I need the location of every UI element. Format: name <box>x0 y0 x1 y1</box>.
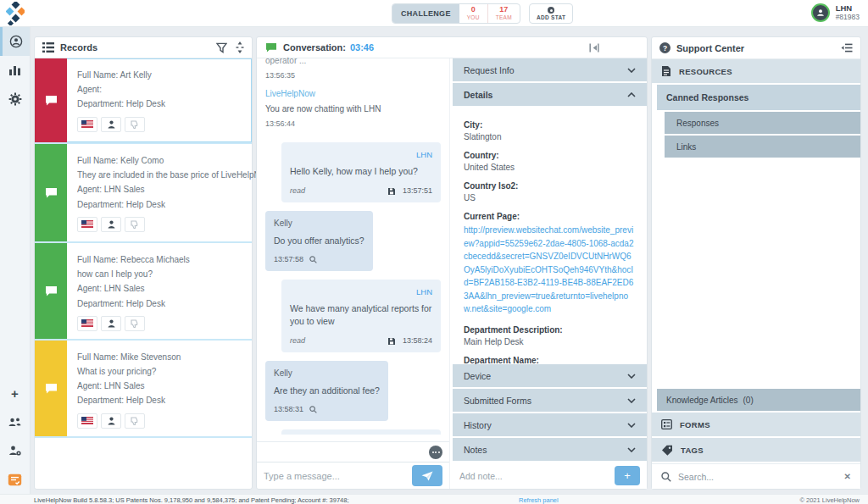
section-notes[interactable]: Notes <box>453 438 647 462</box>
chat-bubble-icon <box>265 42 277 53</box>
magnifier-icon[interactable] <box>309 256 317 263</box>
rail-item-visitors[interactable] <box>0 27 30 56</box>
thumbs-down-icon <box>131 417 139 425</box>
flag-button[interactable] <box>77 117 97 132</box>
visitor-button[interactable] <box>101 413 121 429</box>
resources-label: RESOURCES <box>679 67 732 76</box>
chat-options-button[interactable] <box>429 446 442 459</box>
message-time: 13:57:58 <box>274 254 303 265</box>
record-item[interactable]: Full Name: Art Kelly Agent: Department: … <box>35 58 252 144</box>
challenge-you-stat: 0 YOU <box>459 4 487 23</box>
section-history[interactable]: History <box>453 413 647 438</box>
support-search-input[interactable] <box>678 472 837 482</box>
support-center-title: Support Center <box>676 43 744 53</box>
visitor-button[interactable] <box>101 217 121 232</box>
save-icon[interactable] <box>387 187 396 196</box>
logo-diamonds-icon <box>6 2 25 25</box>
tags-item[interactable]: TAGS <box>652 438 860 463</box>
conversation-title: Conversation: <box>283 42 346 53</box>
clear-search-icon[interactable]: ✕ <box>844 472 851 481</box>
people-icon <box>8 417 22 428</box>
us-flag-icon <box>81 220 93 228</box>
rate-button[interactable] <box>125 413 145 429</box>
visitor-button[interactable] <box>101 117 121 132</box>
current-page-link[interactable]: http://preview.websitechat.com/website_p… <box>464 224 635 316</box>
rate-button[interactable] <box>125 316 145 331</box>
chevron-down-icon <box>627 374 636 379</box>
record-item[interactable]: Full Name: Mike Stevenson What is your p… <box>35 341 252 438</box>
bar-chart-icon <box>8 64 21 76</box>
record-preview: They are included in the base price of L… <box>77 168 273 182</box>
livehelpnow-logo[interactable] <box>0 2 31 25</box>
record-item[interactable]: Full Name: Rebecca Michaels how can I he… <box>35 243 252 341</box>
support-center-header: ? Support Center <box>652 37 860 59</box>
send-button[interactable] <box>412 465 442 486</box>
build-info: LiveHelpNow Build 5.8.58.3; US Patents N… <box>34 496 349 504</box>
message-text: Do you offer analytics? <box>274 235 364 247</box>
sort-divider-icon[interactable] <box>236 42 244 53</box>
add-note-button[interactable]: + <box>615 466 640 485</box>
links-item[interactable]: Links <box>665 136 860 159</box>
flag-button[interactable] <box>77 217 97 232</box>
rail-item-add[interactable]: + <box>0 379 30 407</box>
challenge-team-stat: 17 TEAM <box>487 4 520 23</box>
user-menu[interactable]: LHN #81983 <box>811 3 860 22</box>
chevron-down-icon <box>627 423 636 428</box>
section-submitted-forms[interactable]: Submitted Forms <box>453 389 647 413</box>
chat-bubble-icon <box>45 383 58 394</box>
conversation-timer[interactable]: 03:46 <box>350 42 374 53</box>
record-item[interactable]: Full Name: Kelly Como They are included … <box>35 144 252 243</box>
magnifier-icon[interactable] <box>309 406 317 413</box>
responses-item[interactable]: Responses <box>665 112 860 136</box>
chat-transcript[interactable]: operator ... 13:56:35 LiveHelpNow You ar… <box>257 54 449 435</box>
search-icon <box>661 472 671 482</box>
add-note-input[interactable] <box>459 471 608 481</box>
flag-button[interactable] <box>77 413 97 429</box>
left-rail: + <box>0 27 31 494</box>
section-label: History <box>464 420 492 430</box>
collapse-details-icon[interactable] <box>589 43 599 53</box>
message-text: We have many analytical reports for you … <box>290 302 432 328</box>
toc-icon[interactable] <box>841 43 853 53</box>
record-full-name: Full Name: Art Kelly <box>77 68 243 82</box>
section-label: Submitted Forms <box>464 396 531 406</box>
user-name: LHN <box>836 4 860 14</box>
rail-item-settings[interactable] <box>0 85 30 114</box>
rail-item-team[interactable] <box>0 407 30 436</box>
visitor-button[interactable] <box>101 316 121 331</box>
rate-button[interactable] <box>125 117 145 132</box>
resources-item[interactable]: RESOURCES <box>652 59 860 85</box>
message-text: Are they an additional fee? <box>274 385 380 397</box>
record-color-bar <box>35 144 67 241</box>
message-time: 13:57:51 <box>403 186 432 197</box>
knowledge-articles-item[interactable]: Knowledge Articles (0) <box>657 389 860 413</box>
message-time: 13:58:31 <box>274 404 303 415</box>
rail-item-surveys[interactable] <box>0 465 30 494</box>
message-sender: LHN <box>290 286 432 298</box>
save-icon[interactable] <box>387 337 396 346</box>
rail-item-reports[interactable] <box>0 56 30 85</box>
flag-button[interactable] <box>77 316 97 331</box>
message-input[interactable] <box>264 471 405 481</box>
rate-button[interactable] <box>125 217 145 232</box>
record-department: Department: Help Desk <box>77 197 273 212</box>
rail-item-agent-settings[interactable] <box>0 436 30 465</box>
refresh-panel-link[interactable]: Refresh panel <box>519 496 559 504</box>
section-device[interactable]: Device <box>453 364 647 389</box>
section-request-info[interactable]: Request Info <box>453 58 647 83</box>
challenge-button[interactable]: CHALLENGE <box>392 4 459 23</box>
add-stat-button[interactable]: ADD STAT <box>529 3 573 24</box>
forms-label: FORMS <box>680 420 710 429</box>
details-content[interactable]: City: Slatington Country: United States … <box>453 108 647 364</box>
user-id: #81983 <box>836 14 860 22</box>
section-label: Request Info <box>464 65 515 75</box>
canned-responses-item[interactable]: Canned Responses <box>657 85 860 112</box>
section-details[interactable]: Details <box>453 83 647 108</box>
filter-icon[interactable] <box>216 42 227 53</box>
canned-responses-label: Canned Responses <box>666 92 748 102</box>
field-value: US <box>464 193 635 202</box>
message-status: read <box>290 335 305 346</box>
message-time: 13:58:24 <box>403 335 432 346</box>
tags-label: TAGS <box>681 446 704 455</box>
forms-item[interactable]: FORMS <box>652 413 860 438</box>
